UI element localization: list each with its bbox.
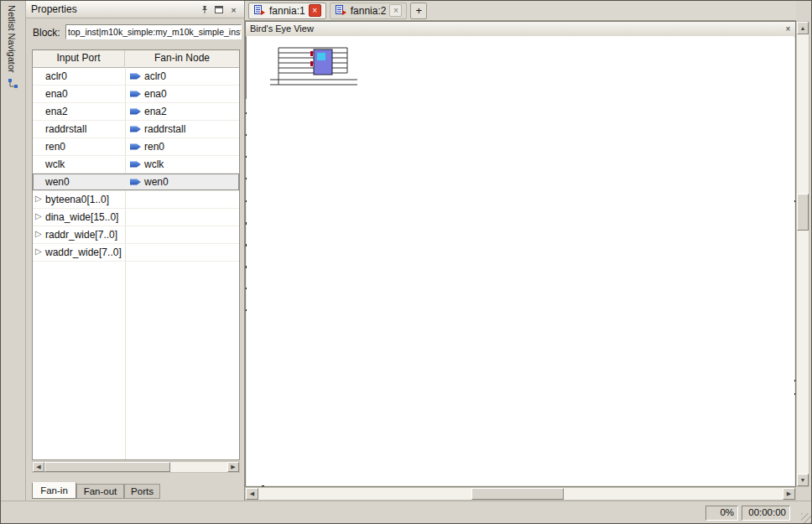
block-label: Block:	[33, 27, 60, 39]
birds-eye-minimap[interactable]	[247, 36, 794, 485]
input-port-cell: byteena0[1..0]	[33, 194, 125, 205]
properties-titlebar: Properties ×	[26, 1, 244, 18]
panel-scrollbar[interactable]: ◀ ▶	[32, 461, 240, 473]
port-icon	[130, 73, 141, 80]
elapsed-time: 00:00:00	[742, 506, 790, 521]
progress-indicator: 0%	[705, 506, 738, 521]
tab-ports[interactable]: Ports	[124, 484, 160, 499]
fanin-table: Input Port Fan-in Node aclr0 aclr0 ena0 …	[32, 49, 240, 460]
fanin-node-cell: aclr0	[144, 70, 166, 82]
input-port-cell: ena0	[33, 88, 125, 100]
input-port-cell: ena2	[33, 106, 125, 117]
table-row-group[interactable]: ▷ byteena0[1..0]	[33, 191, 239, 209]
input-port-cell: dina_wide[15..0]	[33, 211, 125, 223]
table-row-selected[interactable]: wen0 wen0	[33, 174, 239, 191]
fanin-node-cell: wen0	[144, 176, 169, 188]
column-header-fanin-node[interactable]: Fan-in Node	[125, 50, 239, 67]
scroll-up-icon[interactable]: ▲	[797, 22, 809, 34]
schematic-tab-icon	[253, 4, 266, 18]
netlist-navigator-icon[interactable]	[8, 78, 18, 91]
netlist-navigator-tab[interactable]: Netlist Navigator	[7, 5, 17, 73]
netlist-navigator-rail: Netlist Navigator	[1, 1, 26, 501]
scrollbar-thumb[interactable]	[44, 462, 170, 472]
birds-eye-title: Bird's Eye View	[250, 23, 314, 34]
schematic-canvas[interactable]: m10k_simple:my_m10k_simple_inst − wclk a…	[245, 21, 796, 487]
input-port-cell: raddrstall	[33, 123, 125, 135]
scroll-right-icon[interactable]: ▶	[227, 462, 239, 472]
fanin-node-cell: wclk	[144, 158, 164, 170]
block-path-field[interactable]: top_inst|m10k_simple:my_m10k_simple_inst	[65, 24, 242, 39]
tab-fannia-2[interactable]: fannia:2 ×	[330, 3, 408, 19]
properties-panel: Properties × Block: top_inst|m10k_simple…	[26, 1, 245, 501]
resize-grip[interactable]	[801, 513, 812, 524]
expand-arrow-icon[interactable]: ▷	[35, 229, 42, 238]
input-port-cell: wen0	[33, 176, 125, 188]
port-icon	[130, 143, 141, 151]
close-tab-icon[interactable]: ×	[309, 4, 321, 17]
input-port-cell: wclk	[33, 158, 125, 170]
scrollbar-thumb[interactable]	[797, 194, 809, 231]
port-icon	[130, 91, 141, 98]
input-port-cell: ren0	[33, 141, 125, 153]
scroll-left-icon[interactable]: ◀	[33, 462, 44, 472]
scroll-right-icon[interactable]: ▶	[783, 488, 795, 500]
port-icon	[130, 161, 141, 169]
tab-fannia-1[interactable]: fannia:1 ×	[248, 3, 326, 19]
scrollbar-thumb[interactable]	[471, 488, 564, 500]
expand-arrow-icon[interactable]: ▷	[35, 194, 42, 203]
table-row[interactable]: wclk wclk	[33, 156, 239, 174]
float-window-icon[interactable]	[211, 3, 226, 17]
scroll-down-icon[interactable]: ▼	[797, 474, 809, 486]
birds-eye-titlebar[interactable]: Bird's Eye View ×	[246, 22, 795, 37]
birds-eye-window[interactable]: Bird's Eye View ×	[246, 22, 395, 99]
tab-label: fannia:1	[269, 5, 305, 17]
close-panel-icon[interactable]: ×	[226, 3, 242, 17]
new-tab-button[interactable]: +	[410, 3, 427, 19]
tab-fan-in[interactable]: Fan-in	[32, 482, 76, 499]
status-bar: 0% 00:00:00	[1, 501, 812, 524]
table-row-group[interactable]: ▷ dina_wide[15..0]	[33, 209, 239, 226]
tab-fan-out[interactable]: Fan-out	[76, 484, 124, 499]
expand-arrow-icon[interactable]: ▷	[35, 211, 42, 220]
port-icon	[130, 126, 141, 133]
table-row-group[interactable]: ▷ waddr_wide[7..0]	[33, 244, 239, 262]
close-tab-icon[interactable]: ×	[389, 4, 402, 17]
fanin-node-cell: raddrstall	[144, 123, 185, 135]
document-tabbar: fannia:1 × fannia:2 × +	[245, 1, 796, 21]
schematic-tab-icon	[335, 4, 347, 18]
fanin-node-cell: ren0	[144, 141, 164, 153]
expand-arrow-icon[interactable]: ▷	[35, 246, 42, 256]
properties-title: Properties	[31, 3, 77, 15]
app-window: Netlist Navigator Properties × Block: to…	[0, 0, 812, 524]
fanin-node-cell: ena0	[144, 88, 167, 100]
scroll-left-icon[interactable]: ◀	[246, 488, 258, 500]
close-birds-eye-icon[interactable]: ×	[783, 23, 794, 34]
input-port-cell: aclr0	[33, 70, 125, 82]
table-row[interactable]: raddrstall raddrstall	[33, 121, 239, 138]
table-row[interactable]: ren0 ren0	[33, 138, 239, 156]
vertical-scrollbar[interactable]: ▲ ▼	[796, 21, 809, 487]
table-header: Input Port Fan-in Node	[33, 50, 239, 68]
table-row[interactable]: ena0 ena0	[33, 86, 239, 103]
fanin-node-cell: ena2	[144, 106, 167, 117]
horizontal-scrollbar[interactable]: ◀ ▶	[245, 487, 796, 501]
input-port-cell: raddr_wide[7..0]	[33, 229, 125, 241]
input-port-cell: waddr_wide[7..0]	[33, 246, 125, 258]
port-icon	[130, 179, 141, 186]
table-row[interactable]: ena2 ena2	[33, 103, 239, 121]
table-row[interactable]: aclr0 aclr0	[33, 68, 239, 86]
tab-label: fannia:2	[351, 5, 387, 17]
port-icon	[130, 108, 141, 116]
table-row-group[interactable]: ▷ raddr_wide[7..0]	[33, 226, 239, 244]
column-header-input-port[interactable]: Input Port	[33, 50, 125, 67]
